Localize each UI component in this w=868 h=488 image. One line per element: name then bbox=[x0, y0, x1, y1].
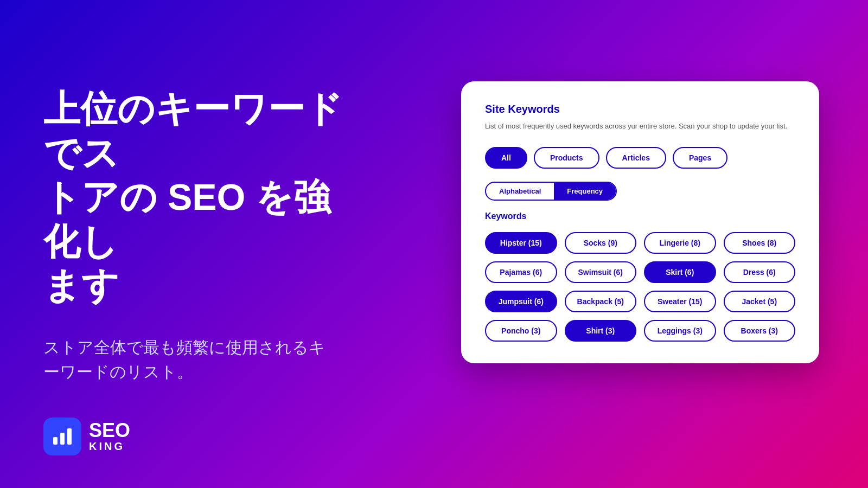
keyword-backpack[interactable]: Backpack (5) bbox=[565, 291, 637, 312]
keywords-label: Keywords bbox=[485, 211, 795, 221]
logo-king-label: KING bbox=[89, 440, 130, 453]
left-section: 上位のキーワードでストアの SEO を強化します ストア全体で最も頻繁に使用され… bbox=[43, 87, 358, 384]
keyword-jumpsuit[interactable]: Jumpsuit (6) bbox=[485, 291, 557, 312]
main-title: 上位のキーワードでストアの SEO を強化します bbox=[43, 87, 358, 308]
keyword-swimsuit[interactable]: Swimsuit (6) bbox=[565, 261, 637, 283]
svg-rect-0 bbox=[53, 437, 58, 445]
keyword-shirt[interactable]: Shirt (3) bbox=[565, 320, 637, 342]
keywords-grid: Hipster (15) Socks (9) Lingerie (8) Shoe… bbox=[485, 232, 795, 342]
tab-all[interactable]: All bbox=[485, 147, 527, 169]
keyword-dress[interactable]: Dress (6) bbox=[724, 261, 796, 283]
filter-tabs: All Products Articles Pages bbox=[485, 147, 795, 169]
keyword-jacket[interactable]: Jacket (5) bbox=[724, 291, 796, 312]
keyword-poncho[interactable]: Poncho (3) bbox=[485, 320, 557, 342]
subtitle: ストア全体で最も頻繁に使用されるキーワードのリスト。 bbox=[43, 335, 358, 384]
tab-products[interactable]: Products bbox=[534, 147, 599, 169]
keyword-leggings[interactable]: Leggings (3) bbox=[644, 320, 716, 342]
logo-seo-label: SEO bbox=[89, 421, 130, 440]
keyword-hipster[interactable]: Hipster (15) bbox=[485, 232, 557, 254]
logo-area: SEO KING bbox=[43, 418, 130, 455]
card-description: List of most frequently used keywords ac… bbox=[485, 121, 795, 132]
keyword-shoes[interactable]: Shoes (8) bbox=[724, 232, 796, 254]
sort-alphabetical[interactable]: Alphabetical bbox=[486, 183, 554, 200]
tab-pages[interactable]: Pages bbox=[673, 147, 727, 169]
keyword-skirt[interactable]: Skirt (6) bbox=[644, 261, 716, 283]
keyword-boxers[interactable]: Boxers (3) bbox=[724, 320, 796, 342]
keyword-sweater[interactable]: Sweater (15) bbox=[644, 291, 716, 312]
keyword-socks[interactable]: Socks (9) bbox=[565, 232, 637, 254]
svg-rect-2 bbox=[67, 428, 72, 445]
card-title: Site Keywords bbox=[485, 103, 795, 115]
sort-frequency[interactable]: Frequency bbox=[554, 183, 616, 200]
keyword-pajamas[interactable]: Pajamas (6) bbox=[485, 261, 557, 283]
svg-rect-1 bbox=[60, 433, 65, 445]
tab-articles[interactable]: Articles bbox=[606, 147, 666, 169]
sort-tabs: Alphabetical Frequency bbox=[485, 182, 617, 201]
logo-icon bbox=[43, 418, 81, 455]
site-keywords-card: Site Keywords List of most frequently us… bbox=[461, 81, 819, 363]
logo-text: SEO KING bbox=[89, 421, 130, 453]
keyword-lingerie[interactable]: Lingerie (8) bbox=[644, 232, 716, 254]
